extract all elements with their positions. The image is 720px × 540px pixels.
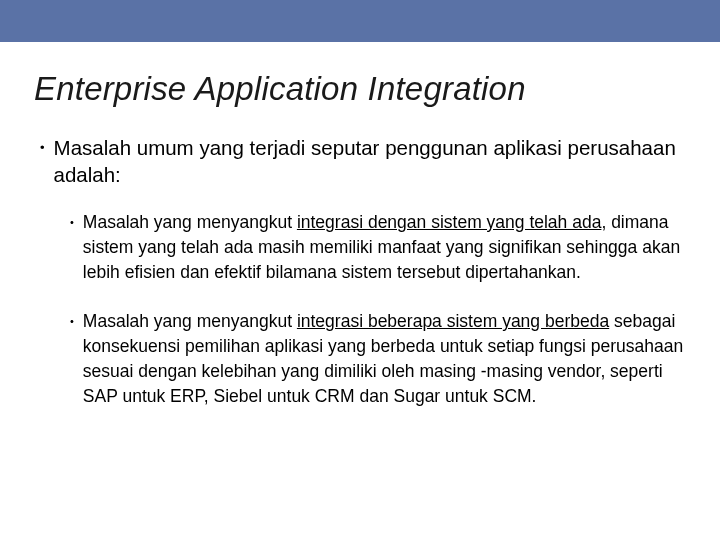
slide-top-bar — [0, 0, 720, 42]
sub2-pre: Masalah yang menyangkut — [83, 311, 297, 331]
sub1-underline: integrasi dengan sistem yang telah ada — [297, 212, 602, 232]
sub1-pre: Masalah yang menyangkut — [83, 212, 297, 232]
sub-bullet-2-text: Masalah yang menyangkut integrasi bebera… — [83, 309, 686, 409]
bullet-icon: • — [70, 210, 74, 235]
slide-content: Enterprise Application Integration • Mas… — [0, 42, 720, 409]
main-bullet-text: Masalah umum yang terjadi seputar penggu… — [54, 134, 686, 188]
sub-bullet-2: • Masalah yang menyangkut integrasi bebe… — [70, 309, 686, 409]
slide-title: Enterprise Application Integration — [34, 70, 686, 108]
sub-bullets: • Masalah yang menyangkut integrasi deng… — [34, 210, 686, 409]
sub-bullet-1: • Masalah yang menyangkut integrasi deng… — [70, 210, 686, 285]
main-text-line1: Masalah umum yang terjadi seputar penggu… — [54, 136, 568, 159]
sub2-underline: integrasi beberapa sistem yang berbeda — [297, 311, 609, 331]
main-bullet: • Masalah umum yang terjadi seputar peng… — [34, 134, 686, 188]
sub-bullet-1-text: Masalah yang menyangkut integrasi dengan… — [83, 210, 686, 285]
bullet-icon: • — [70, 309, 74, 334]
bullet-icon: • — [40, 134, 45, 161]
